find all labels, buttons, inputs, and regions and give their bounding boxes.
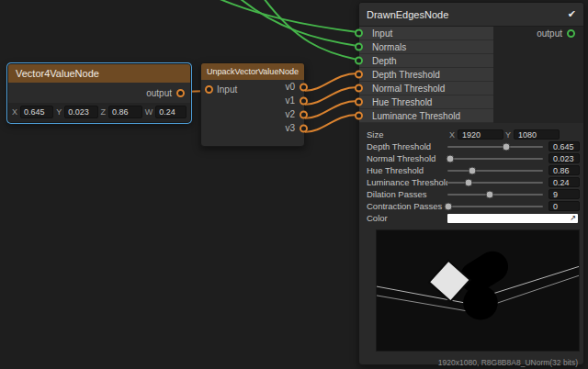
input-row-normal-threshold[interactable]: Normal Threshold (359, 82, 493, 95)
drawn-edges-header[interactable]: DrawnEdgesNode ✔ (359, 3, 583, 27)
normal-threshold-port-icon[interactable] (355, 84, 363, 93)
normal-threshold-slider[interactable] (447, 153, 543, 163)
depth-port-icon[interactable] (355, 57, 363, 65)
vector4-output-label: output (146, 88, 172, 98)
unpack-output-row-v0: v0 (256, 80, 304, 94)
vector4-node-header[interactable]: Vector4ValueNode (8, 64, 190, 83)
node-graph-canvas[interactable]: Vector4ValueNode output X 0.645 Y 0.023 … (0, 0, 588, 369)
dilation-passes-label: Dilation Passes (367, 189, 447, 199)
output-row[interactable]: output (493, 27, 583, 40)
wire-v0-depth-threshold[interactable] (304, 73, 357, 91)
slider-handle[interactable] (445, 202, 453, 210)
input-row-luminance-threshold[interactable]: Luminance Threshold (359, 109, 493, 123)
v2-label: v2 (285, 109, 295, 119)
unpack-node-header[interactable]: UnpackVectorValueNode (201, 63, 304, 80)
y-field-value[interactable]: 0.023 (64, 106, 97, 118)
vector4-node-title: Vector4ValueNode (16, 68, 99, 79)
prop-row-depth-threshold: Depth Threshold 0.645 (367, 140, 580, 152)
drawn-edges-ports: Input Normals Depth Depth Threshold Norm… (359, 27, 583, 123)
v3-port-icon[interactable] (300, 124, 308, 132)
unpack-input-port-icon[interactable] (205, 85, 213, 94)
z-field[interactable]: Z 0.86 (101, 106, 142, 118)
unpack-output-row-v3: v3 (256, 121, 304, 135)
input-port-icon[interactable] (355, 29, 363, 38)
v1-label: v1 (285, 95, 295, 106)
slider-handle[interactable] (447, 154, 455, 162)
slider-track (447, 146, 543, 148)
drawn-edges-properties: Size X 1920 Y 1080 Depth Threshold 0.645… (359, 123, 583, 224)
wire-v3-luminance-threshold[interactable] (304, 115, 357, 132)
contraction-passes-label: Contraction Passes (367, 201, 447, 211)
size-x-field[interactable]: 1920 (458, 129, 503, 140)
node-preview-image (376, 229, 580, 352)
slider-track (447, 158, 543, 160)
size-y-field[interactable]: 1080 (514, 129, 560, 140)
x-field-value[interactable]: 0.645 (20, 106, 53, 118)
v3-label: v3 (285, 123, 295, 133)
v1-port-icon[interactable] (300, 96, 308, 105)
luminance-threshold-value-field[interactable]: 0.24 (548, 177, 580, 187)
input-row-depth[interactable]: Depth (359, 54, 493, 68)
unpack-output-row-v2: v2 (256, 107, 304, 121)
depth-threshold-label: Depth Threshold (367, 141, 447, 151)
depth-port-label: Depth (372, 56, 397, 66)
v0-port-icon[interactable] (300, 83, 308, 91)
depth-threshold-port-icon[interactable] (355, 71, 363, 79)
wire-depth[interactable] (261, 0, 357, 60)
size-y-label: Y (505, 130, 511, 140)
hue-threshold-port-label: Hue Threshold (372, 97, 432, 107)
slider-handle[interactable] (469, 166, 477, 174)
node-drawnedgesnode[interactable]: DrawnEdgesNode ✔ Input Normals Depth (358, 2, 584, 365)
luminance-threshold-slider[interactable] (447, 177, 543, 187)
slider-track (447, 182, 543, 184)
slider-handle[interactable] (503, 142, 511, 151)
vector4-output-port-icon[interactable] (176, 89, 185, 97)
depth-threshold-slider[interactable] (447, 141, 543, 151)
hue-threshold-port-icon[interactable] (355, 98, 363, 106)
wire-input[interactable] (209, 0, 357, 32)
x-field[interactable]: X 0.645 (12, 106, 53, 118)
prop-row-luminance-threshold: Luminance Threshold 0.24 (367, 176, 580, 188)
v2-port-icon[interactable] (300, 110, 308, 118)
w-field[interactable]: W 0.24 (145, 106, 187, 118)
prop-row-color: Color ↗ (367, 212, 580, 224)
input-row-depth-threshold[interactable]: Depth Threshold (359, 68, 493, 82)
y-field[interactable]: Y 0.023 (56, 106, 97, 118)
color-swatch[interactable]: ↗ (447, 214, 578, 223)
wire-v1-normal-threshold[interactable] (304, 87, 357, 105)
normal-threshold-port-label: Normal Threshold (372, 84, 445, 94)
dilation-passes-slider[interactable] (447, 189, 543, 199)
slider-handle[interactable] (485, 190, 493, 198)
wire-v2-hue-threshold[interactable] (304, 101, 357, 118)
w-field-value[interactable]: 0.24 (155, 106, 187, 118)
hue-threshold-slider[interactable] (447, 165, 543, 175)
node-enabled-check-icon[interactable]: ✔ (568, 8, 576, 20)
luminance-threshold-port-icon[interactable] (355, 112, 363, 120)
slider-track (447, 194, 543, 196)
z-field-label: Z (101, 107, 107, 117)
output-port-icon[interactable] (567, 29, 575, 38)
normal-threshold-value-field[interactable]: 0.023 (548, 153, 580, 163)
depth-threshold-value-field[interactable]: 0.645 (548, 141, 580, 151)
input-row-normals[interactable]: Normals (359, 40, 493, 54)
color-expand-icon[interactable]: ↗ (568, 214, 578, 223)
node-unpackvectorvaluenode[interactable]: UnpackVectorValueNode Input v0 v1 v2 (200, 62, 305, 147)
unpack-input-row: Input (205, 84, 237, 95)
slider-handle[interactable] (464, 178, 472, 186)
drawn-edges-output-column: output (493, 27, 583, 123)
prop-row-normal-threshold: Normal Threshold 0.023 (367, 152, 580, 164)
z-field-value[interactable]: 0.86 (108, 106, 142, 118)
hue-threshold-value-field[interactable]: 0.86 (548, 165, 580, 175)
dilation-passes-value-field[interactable]: 9 (548, 189, 580, 199)
input-row-input[interactable]: Input (359, 27, 493, 40)
prop-row-size: Size X 1920 Y 1080 (367, 129, 580, 140)
node-vector4valuenode[interactable]: Vector4ValueNode output X 0.645 Y 0.023 … (7, 63, 191, 123)
wire-normals[interactable] (235, 0, 357, 46)
normal-threshold-label: Normal Threshold (367, 153, 447, 163)
x-field-label: X (12, 107, 17, 117)
y-field-label: Y (56, 107, 62, 117)
contraction-passes-slider[interactable] (447, 201, 543, 211)
input-row-hue-threshold[interactable]: Hue Threshold (359, 95, 493, 109)
normals-port-icon[interactable] (355, 43, 363, 51)
contraction-passes-value-field[interactable]: 0 (548, 201, 580, 211)
